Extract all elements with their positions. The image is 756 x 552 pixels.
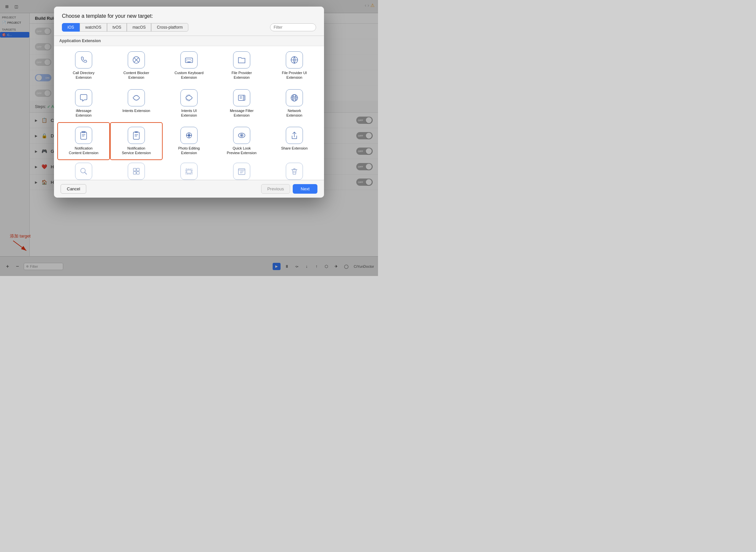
- network-label: NetworkExtension: [286, 108, 302, 118]
- tab-tvos[interactable]: tvOS: [107, 23, 127, 32]
- ext-sticker-pack-partial[interactable]: Sticker Pack...: [110, 160, 163, 180]
- svg-rect-28: [135, 131, 138, 133]
- extensions-grid-row3: SpotlightIndex... Sticker Pack...: [54, 160, 324, 180]
- next-button[interactable]: Next: [293, 184, 317, 194]
- ext-file-provider-ui[interactable]: File Provider UIExtension: [268, 47, 321, 85]
- ext-network[interactable]: NetworkExtension: [268, 85, 321, 123]
- svg-point-39: [241, 135, 242, 136]
- photo-editing-label: Photo EditingExtension: [178, 146, 199, 155]
- svg-rect-27: [133, 132, 139, 139]
- cancel-button[interactable]: Cancel: [60, 184, 86, 194]
- today-icon: 17: [233, 163, 250, 180]
- platform-tab-bar: iOS watchOS tvOS macOS Cross-platform: [62, 23, 188, 32]
- svg-rect-23: [81, 132, 87, 139]
- ext-today-partial[interactable]: 17 Today Extension: [215, 160, 268, 180]
- sticker-pack-icon: [128, 163, 145, 180]
- ext-call-directory[interactable]: Call DirectoryExtension: [57, 47, 110, 85]
- intents-ui-icon: [180, 89, 197, 106]
- unwanted-icon: [286, 163, 303, 180]
- tab-crossplatform[interactable]: Cross-platform: [151, 23, 188, 32]
- notification-service-icon: [128, 127, 145, 144]
- filter-input[interactable]: [270, 23, 316, 31]
- svg-rect-44: [133, 172, 136, 174]
- intents-icon: [128, 89, 145, 106]
- file-provider-label: File ProviderExtension: [232, 71, 252, 80]
- photo-editing-icon: [180, 127, 197, 144]
- file-provider-icon: [233, 51, 250, 68]
- tab-ios[interactable]: iOS: [62, 23, 80, 32]
- svg-rect-42: [133, 168, 136, 171]
- notification-content-icon: [75, 127, 92, 144]
- ext-notification-content[interactable]: NotificationContent Extension: [57, 122, 110, 160]
- file-provider-ui-icon: [286, 51, 303, 68]
- ext-quick-look[interactable]: Quick LookPreview Extension: [215, 122, 268, 160]
- call-directory-label: Call DirectoryExtension: [73, 71, 95, 80]
- modal-header: Choose a template for your new target: i…: [54, 7, 324, 35]
- ext-message-filter[interactable]: Message FilterExtension: [215, 85, 268, 123]
- svg-rect-45: [137, 172, 139, 174]
- quick-look-label: Quick LookPreview Extension: [227, 146, 257, 155]
- intents-ui-label: Intents UIExtension: [181, 108, 197, 118]
- thumbnail-icon: [180, 163, 197, 180]
- svg-rect-43: [137, 168, 139, 171]
- imessage-icon: [75, 89, 92, 106]
- ext-content-blocker[interactable]: Content BlockerExtension: [110, 47, 163, 85]
- nav-buttons: Previous Next: [261, 184, 317, 194]
- template-chooser-modal: Choose a template for your new target: i…: [54, 7, 324, 197]
- ext-intents[interactable]: Intents Extension: [110, 85, 163, 123]
- tab-watchos[interactable]: watchOS: [80, 23, 107, 32]
- section-header: Application Extension: [54, 36, 324, 46]
- svg-text:17: 17: [240, 171, 243, 174]
- extensions-grid-row0: Call DirectoryExtension Content BlockerE…: [54, 46, 324, 85]
- custom-keyboard-label: Custom KeyboardExtension: [174, 71, 203, 80]
- extensions-grid-row1: iMessageExtension Intents Extension: [54, 85, 324, 123]
- share-icon: [286, 127, 303, 144]
- ext-imessage[interactable]: iMessageExtension: [57, 85, 110, 123]
- svg-line-41: [85, 172, 87, 174]
- svg-rect-47: [187, 170, 191, 173]
- ext-file-provider[interactable]: File ProviderExtension: [215, 47, 268, 85]
- svg-point-36: [188, 134, 190, 136]
- custom-keyboard-icon: [180, 51, 197, 68]
- ext-spotlight-partial[interactable]: SpotlightIndex...: [57, 160, 110, 180]
- ext-notification-service[interactable]: NotificationService Extension: [110, 122, 163, 160]
- ext-unwanted-partial[interactable]: Unwanted...: [268, 160, 321, 180]
- network-icon: [286, 89, 303, 106]
- ext-share[interactable]: Share Extension: [268, 122, 321, 160]
- intents-label: Intents Extension: [123, 108, 150, 113]
- message-filter-icon: [233, 89, 250, 106]
- imessage-label: iMessageExtension: [76, 108, 92, 118]
- modal-footer: Cancel Previous Next: [54, 180, 324, 197]
- ext-intents-ui[interactable]: Intents UIExtension: [163, 85, 215, 123]
- call-directory-icon: [75, 51, 92, 68]
- modal-body: Application Extension Call DirectoryExte…: [54, 35, 324, 180]
- modal-overlay: Choose a template for your new target: i…: [0, 0, 378, 276]
- notification-service-label: NotificationService Extension: [122, 146, 151, 155]
- ext-custom-keyboard[interactable]: Custom KeyboardExtension: [163, 47, 215, 85]
- quick-look-icon: [233, 127, 250, 144]
- notification-content-label: NotificationContent Extension: [69, 146, 99, 155]
- extensions-grid-row2: NotificationContent Extension Notificati…: [54, 122, 324, 160]
- modal-title: Choose a template for your new target:: [62, 13, 316, 19]
- spotlight-icon: [75, 163, 92, 180]
- ext-thumbnail-partial[interactable]: Thumbnail...: [163, 160, 215, 180]
- file-provider-ui-label: File Provider UIExtension: [282, 71, 307, 80]
- ext-photo-editing[interactable]: Photo EditingExtension: [163, 122, 215, 160]
- content-blocker-label: Content BlockerExtension: [124, 71, 149, 80]
- tab-macos[interactable]: macOS: [127, 23, 151, 32]
- previous-button[interactable]: Previous: [261, 184, 290, 194]
- content-blocker-icon: [128, 51, 145, 68]
- share-label: Share Extension: [281, 146, 308, 150]
- message-filter-label: Message FilterExtension: [230, 108, 254, 118]
